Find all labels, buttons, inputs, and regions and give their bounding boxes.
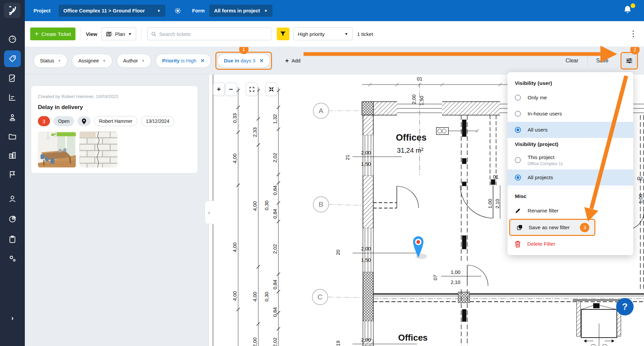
- radio-unselected[interactable]: [515, 95, 521, 101]
- svg-text:2,02: 2,02: [272, 153, 278, 162]
- step-badge-3: 3: [580, 223, 589, 232]
- svg-text:2,02: 2,02: [272, 244, 278, 254]
- ticket-photo-brick-wall[interactable]: [79, 132, 117, 167]
- menu-item-all-projects[interactable]: All projects: [507, 169, 633, 186]
- menu-item-rename-filter[interactable]: Rename filter: [507, 203, 633, 219]
- svg-text:A: A: [319, 107, 323, 114]
- svg-text:1,32: 1,32: [272, 114, 278, 124]
- saved-filter-value: High priority: [298, 31, 325, 37]
- notification-dot: [631, 3, 635, 8]
- svg-text:0,84: 0,84: [272, 307, 278, 317]
- fullscreen-button[interactable]: [246, 83, 258, 96]
- settings-gears-icon[interactable]: [0, 251, 25, 266]
- view-selector[interactable]: Plan ▼: [101, 28, 136, 40]
- outlet-symbol: [436, 128, 479, 135]
- statistics-icon[interactable]: [0, 90, 25, 105]
- zoom-in-button[interactable]: +: [213, 83, 225, 96]
- filter-pill-author[interactable]: Author▼: [117, 54, 151, 68]
- folder-icon[interactable]: [0, 129, 25, 144]
- plus-icon: +: [285, 57, 289, 64]
- svg-text:0,30: 0,30: [264, 292, 269, 301]
- create-ticket-button[interactable]: + Create Ticket: [30, 28, 75, 40]
- svg-text:2,00: 2,00: [361, 246, 371, 251]
- sidebar-item-tickets-active[interactable]: [4, 50, 21, 67]
- svg-text:07: 07: [432, 275, 438, 281]
- filter-button[interactable]: [277, 28, 289, 40]
- topbar: Project Office Complex 11 > Ground Floor…: [25, 0, 644, 21]
- notifications-bell-icon[interactable]: [623, 5, 635, 17]
- panel-collapse-handle[interactable]: ‹: [205, 201, 213, 224]
- project-selector-value: Office Complex 11 > Ground Floor: [63, 8, 145, 13]
- svg-text:2,02: 2,02: [272, 337, 278, 346]
- fit-view-button[interactable]: [265, 83, 277, 96]
- clear-filters-button[interactable]: Clear: [557, 58, 587, 64]
- partition-b: [373, 186, 419, 208]
- svg-text:Offices: Offices: [396, 133, 427, 143]
- radio-unselected[interactable]: [515, 111, 521, 117]
- filter-pill-due[interactable]: Due in days 3 ✕: [217, 54, 270, 68]
- menu-item-save-as-new-filter[interactable]: Save as new filter 3: [509, 219, 595, 236]
- form-selector[interactable]: All forms in project ▼: [209, 5, 272, 17]
- ticket-map-pin-icon[interactable]: [411, 235, 428, 263]
- filter-bar: Status▼ Assignee▼ Author▼ Priority is Hi…: [25, 47, 644, 75]
- chevron-down-icon: ▼: [141, 59, 145, 63]
- clipboard-icon[interactable]: [0, 232, 25, 247]
- close-icon[interactable]: ✕: [259, 58, 264, 64]
- search-icon: [151, 31, 157, 37]
- pie-chart-icon[interactable]: [0, 212, 25, 227]
- save-filter-button[interactable]: Save: [588, 58, 617, 64]
- svg-text:0,84: 0,84: [272, 185, 278, 195]
- ticket-card[interactable]: Created by Robert Hammer, 10/03/2022 Del…: [31, 86, 198, 174]
- location-person-icon[interactable]: [0, 110, 25, 125]
- menu-item-delete-filter[interactable]: Delete Filter: [507, 236, 633, 252]
- project-settings-gear-icon[interactable]: [173, 6, 182, 15]
- saved-filter-selector[interactable]: High priority ▼: [293, 28, 353, 40]
- radio-selected[interactable]: [515, 175, 521, 181]
- fullscreen-icon: [249, 86, 255, 92]
- zoom-out-button[interactable]: −: [225, 83, 237, 96]
- svg-text:4,00: 4,00: [252, 292, 258, 301]
- tag-icon: [8, 54, 17, 63]
- project-selector[interactable]: Office Complex 11 > Ground Floor ▼: [59, 5, 165, 17]
- pencil-icon: [515, 208, 521, 214]
- flag-icon[interactable]: [0, 167, 25, 182]
- filter-pill-assignee[interactable]: Assignee▼: [72, 54, 112, 68]
- partition-right: [461, 115, 488, 346]
- radio-selected[interactable]: [515, 127, 521, 133]
- ticket-photo-meeting-room[interactable]: [38, 132, 76, 167]
- radio-unselected[interactable]: [515, 157, 521, 163]
- sidebar-expand-icon[interactable]: ›: [0, 314, 25, 322]
- ticket-location-pin-icon[interactable]: [77, 116, 91, 126]
- filter-pill-status[interactable]: Status▼: [34, 54, 67, 68]
- menu-item-all-users[interactable]: All users: [507, 122, 633, 138]
- more-options-kebab-icon[interactable]: [631, 29, 635, 39]
- svg-text:2,10: 2,10: [450, 279, 460, 285]
- svg-text:4,00: 4,00: [252, 201, 258, 211]
- menu-item-in-house-users[interactable]: In-house users: [507, 106, 633, 122]
- buildings-icon[interactable]: [0, 148, 25, 163]
- dashboard-icon[interactable]: [0, 32, 25, 47]
- menu-item-this-project[interactable]: This project Office Complex 11: [507, 151, 633, 169]
- svg-text:0,84: 0,84: [272, 209, 278, 218]
- ticket-due-pill: 13/12/2024: [141, 116, 174, 126]
- planradar-logo-icon[interactable]: [4, 3, 20, 18]
- ticket-list-panel: Created by Robert Hammer, 10/03/2022 Del…: [25, 75, 209, 346]
- search-tickets-input[interactable]: [159, 31, 268, 37]
- filter-settings-button[interactable]: [623, 54, 636, 67]
- add-filter-button[interactable]: + Add: [285, 57, 301, 64]
- project-label: Project: [34, 8, 51, 13]
- help-button[interactable]: ?: [616, 298, 634, 315]
- filter-settings-highlight-box: 2: [621, 52, 638, 69]
- menu-item-only-me[interactable]: Only me: [507, 90, 633, 106]
- svg-text:1,00: 1,00: [487, 199, 493, 208]
- due-filter-highlight-box: Due in days 3 ✕ 1: [215, 52, 272, 70]
- chevron-down-icon: ▼: [157, 9, 161, 13]
- svg-text:1,50: 1,50: [361, 161, 371, 167]
- svg-text:02: 02: [637, 176, 643, 181]
- forms-icon[interactable]: [0, 71, 25, 86]
- user-icon[interactable]: [0, 192, 25, 206]
- filter-pill-priority[interactable]: Priority is High ✕: [156, 54, 211, 68]
- menu-item-sublabel: Office Complex 11: [528, 161, 563, 166]
- ticket-count-badge: 3: [38, 116, 50, 126]
- close-icon[interactable]: ✕: [201, 58, 205, 64]
